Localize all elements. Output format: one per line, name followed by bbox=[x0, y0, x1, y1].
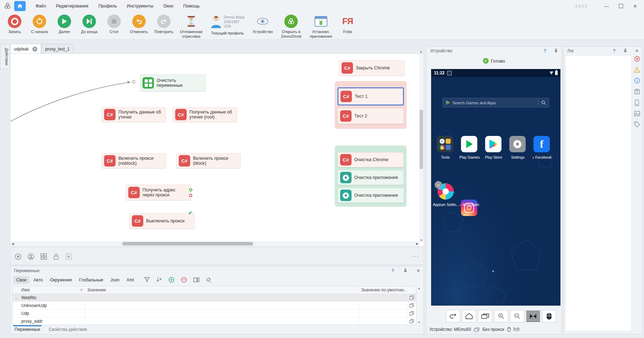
variable-row[interactable]: UnknownUdp bbox=[13, 302, 416, 310]
column-value[interactable]: Значение bbox=[85, 286, 359, 294]
variable-row[interactable]: Udp bbox=[13, 310, 416, 317]
package-icon[interactable] bbox=[634, 89, 640, 95]
errors-filter-icon[interactable] bbox=[634, 56, 640, 62]
proxy-status[interactable]: Без прокси bbox=[482, 327, 504, 332]
zoom-in-button[interactable] bbox=[494, 310, 508, 322]
breakpoint-icon[interactable] bbox=[15, 253, 22, 260]
close-panel-icon[interactable]: ✕ bbox=[417, 268, 420, 273]
bottom-tab-variables[interactable]: Переменные bbox=[15, 325, 40, 332]
app-icon-play-games[interactable] bbox=[461, 136, 477, 152]
play-search-bar[interactable]: Search Games and Apps bbox=[442, 98, 549, 107]
remove-variable-icon[interactable] bbox=[181, 277, 187, 283]
menu-tools[interactable]: Инструменты bbox=[122, 4, 159, 9]
home-button[interactable] bbox=[14, 1, 26, 11]
filter-icon[interactable] bbox=[144, 277, 150, 282]
installed-apps-button[interactable]: Установл. приложения bbox=[306, 15, 336, 38]
clear-sort-icon[interactable] bbox=[156, 277, 162, 282]
copy-icon[interactable] bbox=[407, 295, 416, 300]
node-clean-app-1[interactable]: Очистка приложения bbox=[338, 170, 404, 185]
redo-button[interactable]: Повторить bbox=[151, 15, 176, 34]
menu-edit[interactable]: Редактирование bbox=[51, 4, 93, 9]
pin-icon[interactable] bbox=[403, 269, 407, 273]
warnings-filter-icon[interactable] bbox=[634, 67, 640, 73]
app-icon-play-store[interactable] bbox=[485, 136, 501, 152]
device-view-button[interactable]: Устройство bbox=[249, 15, 277, 34]
app-label-instagram[interactable]: Instagram bbox=[455, 202, 484, 207]
column-name[interactable]: Имя bbox=[20, 286, 85, 294]
node-test-1[interactable]: C# Тест 1 bbox=[338, 88, 404, 105]
copy-icon[interactable] bbox=[407, 303, 416, 308]
scroll-left-icon[interactable]: ◀ bbox=[10, 242, 15, 245]
scroll-down-icon[interactable]: ▼ bbox=[418, 321, 420, 324]
actions-dock-tab[interactable]: Действия bbox=[0, 44, 10, 69]
menu-window[interactable]: Окно bbox=[159, 4, 178, 9]
log-content[interactable] bbox=[565, 55, 632, 331]
variable-row[interactable]: → WebRtc bbox=[13, 294, 416, 302]
copy-icon[interactable] bbox=[407, 319, 416, 323]
eraser-icon[interactable] bbox=[206, 277, 212, 282]
app-icon-instagram[interactable] bbox=[461, 200, 477, 216]
node-disable-proxy[interactable]: C# Выключить прокси ✔ bbox=[129, 213, 194, 229]
more-options-icon[interactable]: ··· bbox=[412, 253, 419, 260]
tab-close-icon[interactable]: ✕ bbox=[32, 47, 37, 52]
screen-mode-button[interactable] bbox=[526, 310, 540, 322]
device-filter-icon[interactable] bbox=[635, 100, 639, 106]
current-profile-button[interactable]: Dennis Maya 10/5/1987 USA Текущий профил… bbox=[206, 15, 249, 36]
variables-scrollbar[interactable]: ▲ ▼ bbox=[417, 286, 422, 325]
menu-profile[interactable]: Профиль bbox=[93, 4, 122, 9]
variable-row[interactable]: proxy_addr bbox=[13, 317, 416, 325]
play-button[interactable]: Далее bbox=[52, 15, 77, 34]
restart-button[interactable]: С начала bbox=[27, 15, 52, 34]
tag-filter-icon[interactable] bbox=[634, 121, 640, 127]
device-screen[interactable]: 11:22 Search Games and Apps G bbox=[431, 69, 560, 306]
play-to-end-button[interactable]: До конца bbox=[77, 15, 102, 34]
node-get-leak-data[interactable]: C# Получить данные об утечке bbox=[102, 107, 166, 122]
success-port[interactable] bbox=[189, 188, 192, 191]
node-test-2[interactable]: C# Тест 2 bbox=[338, 108, 404, 124]
pin-icon[interactable] bbox=[623, 49, 627, 53]
maximize-button[interactable] bbox=[615, 2, 627, 10]
scroll-up-icon[interactable]: ▲ bbox=[418, 287, 420, 290]
tab-udpleak[interactable]: udpleak ✕ bbox=[10, 44, 41, 54]
record-button[interactable]: Запись bbox=[2, 15, 27, 34]
group-tests[interactable]: C# Тест 1 C# Тест 2 bbox=[335, 81, 407, 129]
add-variable-icon[interactable] bbox=[168, 277, 175, 283]
lock-icon[interactable] bbox=[53, 253, 59, 260]
menu-help[interactable]: Помощь bbox=[178, 4, 204, 9]
node-clean-app-2[interactable]: Очистка приложения bbox=[338, 188, 404, 203]
screenshot-filter-icon[interactable] bbox=[634, 111, 640, 116]
menu-file[interactable]: Файл bbox=[31, 4, 51, 9]
close-panel-icon[interactable]: ✕ bbox=[635, 48, 639, 53]
node-get-leak-data-root[interactable]: C# Получить данные об утечке (root) bbox=[173, 107, 237, 122]
help-icon[interactable]: ? bbox=[392, 268, 394, 273]
app-icon-appium-settings[interactable]: 11 bbox=[438, 183, 454, 200]
vars-tab-own[interactable]: Свои bbox=[13, 276, 29, 284]
info-filter-icon[interactable] bbox=[634, 78, 640, 84]
back-button[interactable] bbox=[446, 310, 460, 322]
node-enable-proxy-block[interactable]: C# Включить прокси (block) bbox=[176, 153, 241, 168]
mouse-mode-button[interactable] bbox=[542, 310, 556, 322]
canvas-horizontal-scrollbar[interactable]: ◀ ▶ bbox=[10, 241, 420, 246]
recent-apps-button[interactable] bbox=[478, 310, 492, 322]
node-enable-proxy-noblock[interactable]: C# Включить прокси (noblock) bbox=[102, 153, 166, 168]
app-icon-tools[interactable]: G bbox=[437, 136, 453, 152]
help-icon[interactable]: ? bbox=[544, 48, 546, 53]
column-default[interactable]: Значение по-умолчан... bbox=[359, 286, 407, 294]
vars-tab-global[interactable]: Глобальные bbox=[76, 276, 106, 284]
vars-tab-xml[interactable]: Xml bbox=[123, 276, 137, 284]
open-in-zennodroid-button[interactable]: Открыть в ZennoDroid bbox=[277, 15, 306, 38]
error-port[interactable] bbox=[189, 194, 192, 197]
scroll-right-icon[interactable]: ▶ bbox=[415, 242, 420, 245]
copy-icon[interactable] bbox=[407, 311, 416, 316]
home-device-button[interactable] bbox=[462, 310, 476, 322]
vars-tab-environment[interactable]: Окружение bbox=[47, 276, 75, 284]
app-label-facebook[interactable]: Facebook bbox=[528, 155, 556, 159]
tab-proxy-test-1[interactable]: proxy_test_1 bbox=[41, 44, 74, 54]
stop-button[interactable]: Стоп bbox=[102, 15, 127, 34]
profile-footer-icon[interactable] bbox=[27, 253, 34, 260]
node-get-address-via-proxy[interactable]: C# Получить адрес через прокси bbox=[126, 185, 191, 200]
group-cleanup[interactable]: C# Очистка Chrome Очистка приложения Очи… bbox=[335, 146, 407, 207]
flowchart-canvas[interactable]: Очистить переменные C# Получить данные о… bbox=[10, 53, 424, 247]
bottom-tab-action-properties[interactable]: Свойства действия bbox=[49, 325, 87, 332]
zoom-out-button[interactable] bbox=[510, 310, 524, 322]
